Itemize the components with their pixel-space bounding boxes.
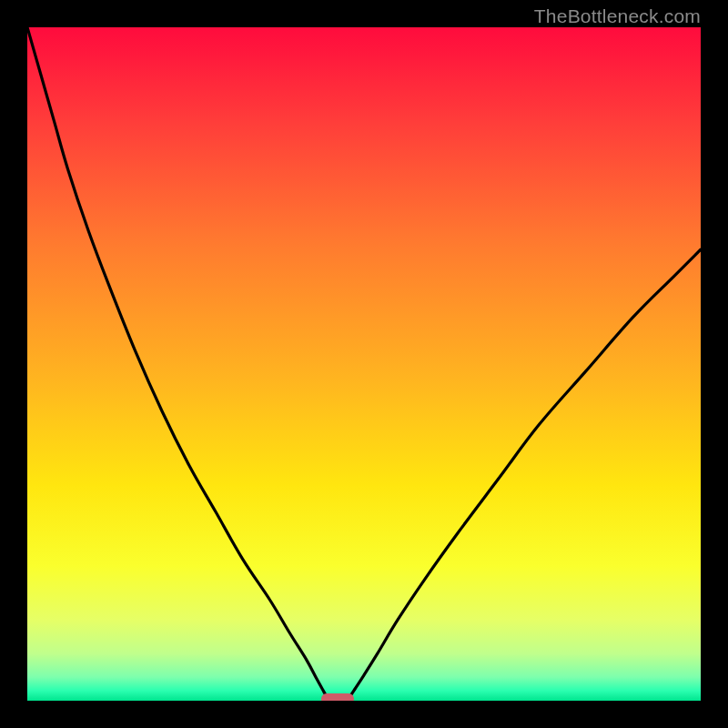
- plot-area: [27, 27, 701, 701]
- optimal-marker: [321, 693, 354, 701]
- watermark-text: TheBottleneck.com: [534, 5, 701, 27]
- left-curve: [27, 27, 329, 701]
- right-curve: [348, 249, 702, 701]
- chart-frame: TheBottleneck.com: [0, 0, 728, 728]
- bottleneck-curve: [27, 27, 701, 701]
